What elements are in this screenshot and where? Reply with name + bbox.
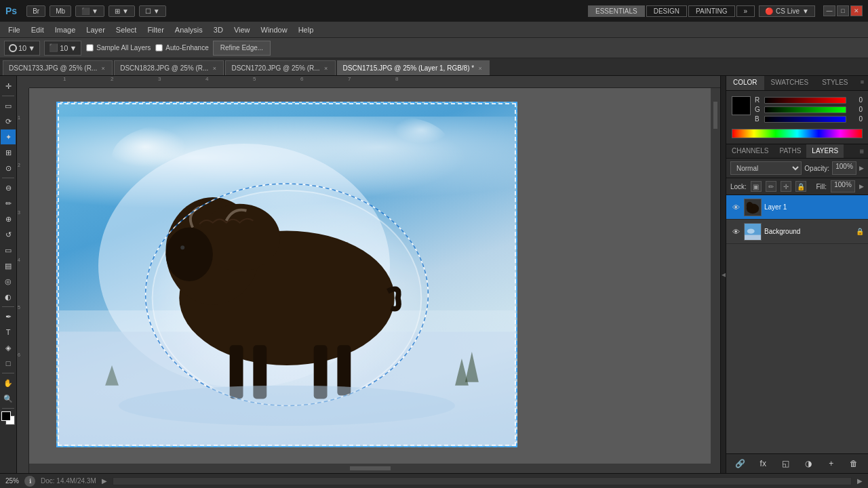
canvas-area[interactable]: 1 2 3 4 5 6 7 8 1 2 3 4 5 6 xyxy=(17,76,720,473)
layer-link-button[interactable]: 🔗 xyxy=(734,457,747,470)
screen-mode-dropdown[interactable]: ☐▼ xyxy=(139,5,166,17)
delete-layer-button[interactable]: 🗑 xyxy=(847,457,861,470)
brush-tool[interactable]: ✏ xyxy=(1,196,16,211)
color-spectrum-bar[interactable] xyxy=(732,129,863,138)
arrange-dropdown[interactable]: ⊞▼ xyxy=(108,5,135,17)
layers-panel-options[interactable]: ≡ xyxy=(856,144,868,158)
workspace-more[interactable]: » xyxy=(736,5,755,17)
tab-close-3[interactable]: × xyxy=(323,65,330,72)
red-slider[interactable] xyxy=(764,97,846,104)
history-brush-tool[interactable]: ↺ xyxy=(1,227,16,242)
new-layer-button[interactable]: + xyxy=(825,457,838,470)
lock-image-pixels[interactable]: ✏ xyxy=(766,181,776,192)
workspace-essentials[interactable]: ESSENTIALS xyxy=(588,5,645,17)
styles-tab[interactable]: STYLES xyxy=(815,76,854,90)
menu-image[interactable]: Image xyxy=(50,24,81,35)
lock-position[interactable]: ✛ xyxy=(781,181,791,192)
type-tool[interactable]: T xyxy=(1,325,16,340)
bridge-button[interactable]: Br xyxy=(26,5,45,17)
marquee-tool[interactable]: ▭ xyxy=(1,98,16,113)
tool-preset-picker[interactable]: 10 ▼ xyxy=(4,41,40,56)
path-select-tool[interactable]: ◈ xyxy=(1,340,16,355)
shape-tool[interactable]: □ xyxy=(1,356,16,371)
layer-1-visibility[interactable]: 👁 xyxy=(730,202,741,213)
status-info-button[interactable]: ℹ xyxy=(24,476,35,487)
layer-item-background[interactable]: 👁 Background 🔒 xyxy=(726,220,868,244)
restore-button[interactable]: □ xyxy=(837,5,849,16)
scrollbar-right-arrow[interactable]: ▶ xyxy=(857,477,863,485)
tab-doc-3[interactable]: DSCN1720.JPG @ 25% (R... × xyxy=(225,60,335,75)
layers-list[interactable]: 👁 Layer 1 👁 xyxy=(726,195,868,453)
adjustment-layer-button[interactable]: ◑ xyxy=(802,457,815,470)
move-tool[interactable]: ✛ xyxy=(1,79,16,94)
layer-mask-button[interactable]: ◱ xyxy=(779,457,793,470)
spot-healing-tool[interactable]: ⊖ xyxy=(1,180,16,195)
blue-slider[interactable] xyxy=(764,116,846,123)
status-arrow[interactable]: ▶ xyxy=(102,477,107,485)
tab-doc-1[interactable]: DSCN1733.JPG @ 25% (R... × xyxy=(3,60,113,75)
paths-tab[interactable]: PATHS xyxy=(774,144,806,158)
dodge-tool[interactable]: ◐ xyxy=(1,289,16,304)
blur-tool[interactable]: ◎ xyxy=(1,274,16,289)
fill-arrow[interactable]: ▶ xyxy=(859,183,864,190)
channels-tab[interactable]: CHANNELS xyxy=(726,144,774,158)
workspace-dropdown[interactable]: ⬛▼ xyxy=(75,5,104,17)
menu-3d[interactable]: 3D xyxy=(208,24,229,35)
main-color-swatch[interactable] xyxy=(732,96,751,115)
menu-analysis[interactable]: Analysis xyxy=(170,24,208,35)
green-slider[interactable] xyxy=(764,106,846,113)
v-scrollbar-thumb[interactable] xyxy=(713,102,717,129)
tab-doc-2[interactable]: DSCN1828.JPG @ 25% (R... × xyxy=(114,60,224,75)
cs-live-button[interactable]: 🔴 CS Live ▼ xyxy=(759,5,815,17)
tab-close-2[interactable]: × xyxy=(211,65,218,72)
pen-tool[interactable]: ✒ xyxy=(1,309,16,324)
lock-all[interactable]: 🔒 xyxy=(795,181,806,192)
color-tab[interactable]: COLOR xyxy=(726,76,764,90)
minimize-button[interactable]: — xyxy=(823,5,835,16)
eyedropper-tool[interactable]: ⊙ xyxy=(1,161,16,176)
h-scrollbar-thumb[interactable] xyxy=(350,466,391,470)
menu-select[interactable]: Select xyxy=(111,24,142,35)
refine-edge-button[interactable]: Refine Edge... xyxy=(213,41,271,56)
menu-file[interactable]: File xyxy=(3,24,26,35)
horizontal-scrollbar-area[interactable] xyxy=(29,464,711,473)
tab-doc-4-active[interactable]: DSCN1715.JPG @ 25% (Layer 1, RGB/8) * × xyxy=(337,60,490,75)
opacity-arrow[interactable]: ▶ xyxy=(859,165,864,171)
menu-help[interactable]: Help xyxy=(293,24,319,35)
foreground-color-box[interactable] xyxy=(1,411,11,421)
auto-enhance-checkbox[interactable] xyxy=(156,44,163,51)
eraser-tool[interactable]: ▭ xyxy=(1,243,16,258)
close-button[interactable]: ✕ xyxy=(850,5,863,16)
background-visibility[interactable]: 👁 xyxy=(730,226,741,237)
menu-view[interactable]: View xyxy=(229,24,256,35)
brush-size-indicator[interactable]: ⬛ 10 ▼ xyxy=(44,41,81,56)
layers-tab[interactable]: LAYERS xyxy=(806,144,844,158)
menu-window[interactable]: Window xyxy=(256,24,293,35)
menu-filter[interactable]: Filter xyxy=(142,24,169,35)
bottom-scrollbar[interactable] xyxy=(113,477,852,485)
lasso-tool[interactable]: ⟳ xyxy=(1,114,16,129)
menu-edit[interactable]: Edit xyxy=(26,24,50,35)
swatches-tab[interactable]: SWATCHES xyxy=(764,76,816,90)
zoom-tool[interactable]: 🔍 xyxy=(1,391,16,406)
panel-collapse-handle[interactable]: ◀ xyxy=(720,76,726,473)
quick-selection-tool[interactable]: ✦ xyxy=(1,129,16,144)
opacity-value[interactable]: 100% xyxy=(832,161,856,175)
fill-value[interactable]: 100% xyxy=(831,180,855,192)
layer-item-1[interactable]: 👁 Layer 1 xyxy=(726,195,868,220)
color-panel-options[interactable]: ≡ xyxy=(856,76,868,90)
workspace-design[interactable]: DESIGN xyxy=(646,5,687,17)
menu-layer[interactable]: Layer xyxy=(81,24,111,35)
image-canvas[interactable] xyxy=(56,102,517,447)
lock-transparent-pixels[interactable]: ▣ xyxy=(751,181,762,192)
hand-tool[interactable]: ✋ xyxy=(1,375,16,390)
clone-stamp-tool[interactable]: ⊕ xyxy=(1,211,16,226)
vertical-scrollbar[interactable] xyxy=(711,88,720,473)
crop-tool[interactable]: ⊞ xyxy=(1,145,16,160)
workspace-painting[interactable]: PAINTING xyxy=(688,5,734,17)
sample-all-layers-checkbox[interactable] xyxy=(87,44,94,51)
layer-style-button[interactable]: fx xyxy=(756,457,770,470)
blend-mode-select[interactable]: Normal xyxy=(730,161,802,175)
foreground-background-swatch[interactable] xyxy=(1,411,16,426)
tab-close-4[interactable]: × xyxy=(477,65,484,72)
